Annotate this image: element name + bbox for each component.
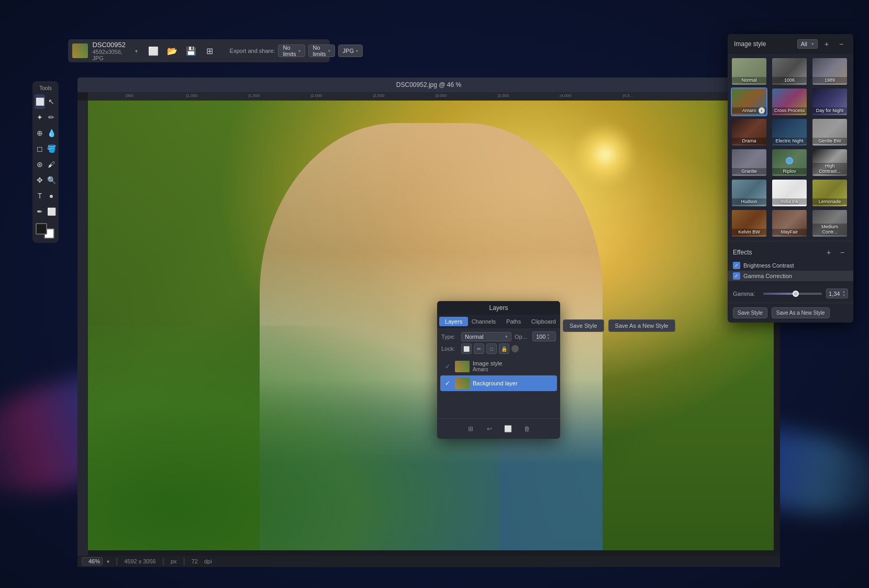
- new-window-button[interactable]: ⬜: [145, 42, 162, 59]
- style-item-daynight[interactable]: Day for Night: [811, 87, 848, 116]
- effect-check-1[interactable]: ✓: [733, 262, 740, 269]
- zoom-control: 46% ▾: [82, 557, 109, 565]
- limits-dropdown-2[interactable]: No limits ▾: [308, 45, 335, 57]
- stamp-tool[interactable]: ⊛: [35, 157, 45, 172]
- gamma-value[interactable]: 1,34 ▲ ▼: [826, 289, 848, 298]
- canvas-titlebar: DSC00952.jpg @ 46 %: [77, 77, 780, 92]
- opacity-down-spinner[interactable]: ▼: [547, 337, 550, 340]
- layers-title: Layers: [437, 301, 560, 315]
- opacity-up-spinner[interactable]: ▲: [547, 333, 550, 336]
- magic-wand-tool[interactable]: ✦: [35, 110, 45, 125]
- layer-check-2[interactable]: ✓: [443, 379, 452, 387]
- lock-icon-1[interactable]: ⬜: [461, 343, 472, 354]
- spot-tool[interactable]: ●: [46, 188, 57, 203]
- style-item-highcontrast[interactable]: High Contrast...: [811, 148, 848, 177]
- text-tool[interactable]: T: [35, 188, 45, 203]
- style-item-medcontrast[interactable]: Medium Contr...: [811, 209, 848, 238]
- healing-tool[interactable]: ⊕: [35, 126, 45, 140]
- layer-back-button[interactable]: ↩: [482, 423, 497, 435]
- pencil-tool[interactable]: ✏: [46, 110, 57, 125]
- style-item-normal[interactable]: Normal: [731, 57, 767, 86]
- eraser-tool[interactable]: ◻: [35, 141, 45, 156]
- add-effect-button[interactable]: +: [823, 247, 834, 258]
- style-item-cross[interactable]: Cross Process: [771, 87, 808, 116]
- panel-save-as-new-button[interactable]: Save As a New Style: [772, 307, 830, 318]
- style-item-gentle[interactable]: Gentle BW: [811, 118, 848, 147]
- style-item-1006[interactable]: 1006: [771, 57, 808, 86]
- foreground-color[interactable]: [36, 223, 47, 235]
- effect-gamma-correction[interactable]: ✓ Gamma Correction: [728, 271, 853, 281]
- style-item-kelvin[interactable]: Kelvin BW: [731, 209, 767, 238]
- layer-copy-button[interactable]: ⬜: [501, 423, 516, 435]
- effects-header: Effects + −: [728, 245, 853, 260]
- gamma-slider-thumb[interactable]: [793, 291, 799, 297]
- gamma-up-spinner[interactable]: ▲: [842, 290, 845, 293]
- style-item-1989[interactable]: 1989: [811, 57, 848, 86]
- dimensions-text: 4592 x 3056: [124, 558, 156, 564]
- image-style-panel: Image style All ▾ + − Normal 1006 1989 A…: [728, 34, 853, 323]
- zoom-tool[interactable]: 🔍: [46, 173, 57, 187]
- style-item-amaro[interactable]: Amaro i: [731, 87, 767, 116]
- style-item-electric[interactable]: Electric Night: [771, 118, 808, 147]
- type-label: Type:: [441, 334, 458, 340]
- filter-dropdown[interactable]: All ▾: [797, 39, 818, 49]
- save-style-button[interactable]: Save Style: [563, 319, 604, 332]
- layer-background[interactable]: ✓ Background layer: [440, 375, 557, 391]
- style-item-drama[interactable]: Drama: [731, 118, 767, 147]
- tab-layers[interactable]: Layers: [439, 317, 468, 326]
- remove-effect-button[interactable]: −: [837, 247, 848, 258]
- fill-tool[interactable]: 🪣: [46, 141, 57, 156]
- layers-tabs: Layers Channels Paths Clipboard: [437, 315, 560, 328]
- color-swatch[interactable]: [35, 222, 54, 239]
- select-arrow-tool[interactable]: ↖: [46, 94, 57, 109]
- file-name: DSC00952: [92, 41, 128, 49]
- style-item-riplov[interactable]: Riplov: [771, 148, 808, 177]
- gamma-down-spinner[interactable]: ▼: [842, 294, 845, 297]
- action-buttons: Save Style Save As a New Style: [563, 319, 675, 332]
- panel-save-style-button[interactable]: Save Style: [733, 307, 767, 318]
- style-item-indiaink[interactable]: India Ink: [771, 179, 808, 207]
- style-item-mayfair[interactable]: MayFair: [771, 209, 808, 238]
- open-folder-button[interactable]: 📂: [164, 42, 181, 59]
- opacity-control[interactable]: 100 ▲ ▼: [532, 331, 556, 341]
- select-rect-tool[interactable]: ⬜: [35, 94, 45, 109]
- layer-group-button[interactable]: ⊞: [463, 423, 478, 435]
- lock-icon-2[interactable]: ✏: [474, 343, 484, 354]
- dropper-tool[interactable]: 💧: [46, 126, 57, 140]
- panel-title: Image style: [734, 40, 766, 48]
- format-dropdown[interactable]: JPG ▾: [338, 45, 363, 57]
- file-dropdown-chevron[interactable]: ▾: [135, 48, 138, 54]
- limits-dropdown-1[interactable]: No limits ▾: [278, 45, 305, 57]
- lock-row: Lock: ⬜ ✏ □ 🔒: [441, 343, 556, 354]
- shape-tool[interactable]: ⬜: [46, 204, 57, 219]
- zoom-value[interactable]: 46%: [82, 557, 103, 565]
- tab-channels[interactable]: Channels: [469, 317, 498, 326]
- layers-panel: Layers Layers Channels Paths Clipboard T…: [437, 301, 560, 439]
- style-item-lemonade[interactable]: Lemonade: [811, 179, 848, 207]
- style-item-hudson[interactable]: Hudson: [731, 179, 767, 207]
- layer-image-style[interactable]: ✓ Image style Amaro: [440, 358, 557, 374]
- layer-delete-button[interactable]: 🗑: [520, 423, 534, 435]
- layer-thumb-2: [455, 378, 470, 389]
- brush-tool[interactable]: 🖌: [46, 157, 57, 172]
- style-item-granite[interactable]: Granite: [731, 148, 767, 177]
- gamma-number: 1,34: [829, 291, 840, 297]
- zoom-dropdown-chevron[interactable]: ▾: [107, 559, 109, 564]
- remove-style-button[interactable]: −: [835, 38, 847, 50]
- pen-tool[interactable]: ✒: [35, 204, 45, 219]
- riplov-dot: [786, 157, 793, 164]
- add-style-button[interactable]: +: [821, 38, 832, 50]
- tab-paths[interactable]: Paths: [499, 317, 528, 326]
- type-dropdown[interactable]: Normal ▾: [461, 332, 511, 341]
- save-as-new-style-button[interactable]: Save As a New Style: [608, 319, 675, 332]
- share-button[interactable]: ⊞: [202, 42, 218, 59]
- tab-clipboard[interactable]: Clipboard: [529, 317, 558, 326]
- gamma-slider[interactable]: [763, 293, 822, 295]
- lock-icon-4[interactable]: 🔒: [499, 343, 509, 354]
- save-button[interactable]: 💾: [183, 42, 199, 59]
- effect-check-2[interactable]: ✓: [733, 272, 740, 280]
- lock-icon-3[interactable]: □: [486, 343, 497, 354]
- effect-brightness-contrast[interactable]: ✓ Brightness Contrast: [728, 260, 853, 271]
- move-tool[interactable]: ✥: [35, 173, 45, 187]
- layer-check-1[interactable]: ✓: [443, 362, 452, 371]
